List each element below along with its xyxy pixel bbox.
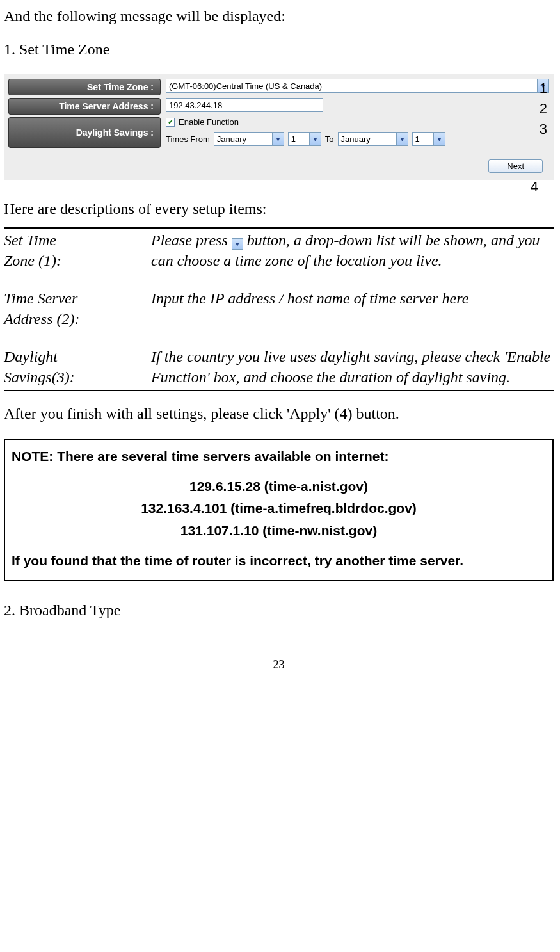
note-heading: NOTE: There are several time servers ava…	[12, 446, 546, 467]
from-month-select[interactable]: January ▾	[214, 132, 284, 146]
row-time-server: Time Server Address : 192.43.244.18	[8, 98, 549, 115]
intro-text: And the following message will be displa…	[4, 6, 554, 26]
times-from-label: Times From	[166, 134, 210, 144]
desc-1-text-a: Please press	[151, 232, 232, 248]
chevron-down-icon: ▾	[396, 133, 408, 145]
note-box: NOTE: There are several time servers ava…	[4, 439, 554, 581]
timezone-select-value: (GMT-06:00)Central Time (US & Canada)	[169, 81, 322, 91]
descriptions-table: Set Time Zone (1): Please press ▾ button…	[4, 229, 554, 390]
page-number: 23	[4, 658, 554, 672]
from-day-select[interactable]: 1 ▾	[288, 132, 321, 146]
to-day-select[interactable]: 1 ▾	[412, 132, 445, 146]
form-callouts: 1 2 3	[540, 78, 547, 140]
row-daylight: Daylight Savings : ✔ Enable Function Tim…	[8, 117, 549, 148]
chevron-down-icon: ▾	[433, 133, 445, 145]
chevron-down-icon: ▾	[232, 238, 243, 250]
note-footer: If you found that the time of router is …	[12, 551, 546, 572]
timezone-form-screenshot: Set Time Zone : (GMT-06:00)Central Time …	[4, 74, 554, 180]
to-day-value: 1	[415, 134, 420, 144]
note-server-2: 132.163.4.101 (time-a.timefreq.bldrdoc.g…	[12, 498, 546, 519]
time-server-value: 192.43.244.18	[169, 101, 222, 110]
desc-3-label: Daylight Savings(3):	[4, 345, 151, 391]
note-servers: 129.6.15.28 (time-a.nist.gov) 132.163.4.…	[12, 476, 546, 542]
enable-function-label: Enable Function	[179, 117, 239, 127]
label-time-server: Time Server Address :	[8, 98, 161, 115]
desc-2-label: Time Server Address (2):	[4, 287, 151, 345]
timezone-select[interactable]: (GMT-06:00)Central Time (US & Canada) ▾	[166, 79, 549, 93]
after-settings-text: After you finish with all settings, plea…	[4, 404, 554, 423]
section-2-heading: 2. Broadband Type	[4, 601, 554, 620]
chevron-down-icon: ▾	[309, 133, 321, 145]
section-1-heading: 1. Set Time Zone	[4, 40, 554, 59]
to-month-value: January	[341, 134, 371, 144]
desc-1-label: Set Time Zone (1):	[4, 229, 151, 287]
desc-row-3: Daylight Savings(3): If the country you …	[4, 345, 554, 391]
callout-2: 2	[540, 99, 547, 119]
note-server-1: 129.6.15.28 (time-a.nist.gov)	[12, 476, 546, 497]
to-label: To	[325, 134, 334, 144]
time-server-input[interactable]: 192.43.244.18	[166, 98, 323, 112]
note-server-3: 131.107.1.10 (time-nw.nist.gov)	[12, 520, 546, 542]
from-day-value: 1	[291, 134, 296, 144]
callout-1: 1	[540, 78, 547, 99]
from-month-value: January	[217, 134, 246, 144]
label-daylight: Daylight Savings :	[8, 117, 161, 148]
chevron-down-icon: ▾	[272, 133, 284, 145]
callout-3: 3	[540, 119, 547, 140]
desc-row-2: Time Server Address (2): Input the IP ad…	[4, 287, 554, 345]
enable-function-checkbox[interactable]: ✔	[166, 118, 175, 127]
label-set-time-zone: Set Time Zone :	[8, 79, 161, 95]
desc-1-text: Please press ▾ button, a drop-down list …	[151, 229, 554, 287]
desc-2-text: Input the IP address / host name of time…	[151, 287, 554, 345]
row-set-time-zone: Set Time Zone : (GMT-06:00)Central Time …	[8, 79, 549, 95]
divider-bottom	[4, 390, 554, 391]
desc-3-text: If the country you live uses daylight sa…	[151, 345, 554, 391]
callout-4: 4	[4, 179, 554, 195]
desc-row-1: Set Time Zone (1): Please press ▾ button…	[4, 229, 554, 287]
next-button[interactable]: Next	[488, 159, 543, 173]
descriptions-intro: Here are descriptions of every setup ite…	[4, 199, 554, 218]
to-month-select[interactable]: January ▾	[338, 132, 408, 146]
